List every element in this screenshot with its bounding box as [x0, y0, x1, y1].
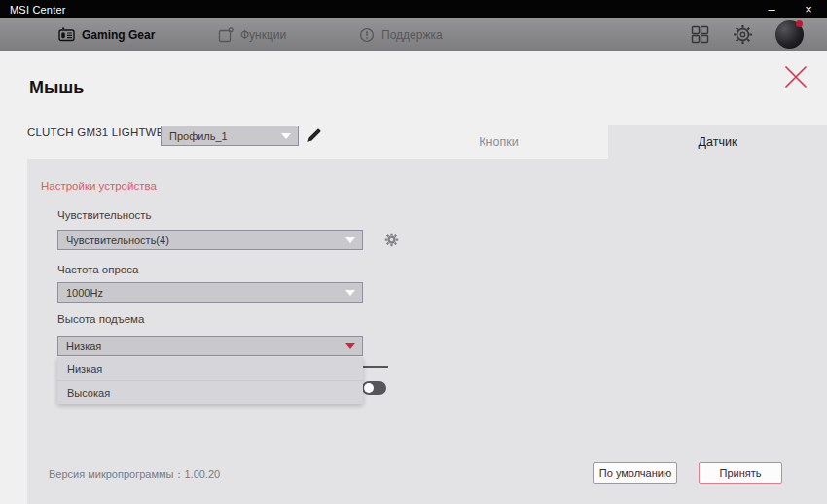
- liftoff-option-high[interactable]: Высокая: [57, 380, 363, 404]
- chevron-down-icon: [345, 237, 355, 243]
- polling-rate-dropdown-value: 1000Hz: [66, 287, 103, 299]
- settings-button[interactable]: [733, 18, 753, 51]
- slider-fragment: [363, 366, 388, 368]
- nav-item-label: Поддержка: [381, 28, 443, 42]
- polling-rate-label: Частота опроса: [57, 264, 138, 275]
- default-button[interactable]: По умолчанию: [593, 462, 677, 484]
- dialog-close-icon[interactable]: [782, 63, 809, 90]
- msi-center-window: MSI Center – × Gaming Gear: [0, 0, 827, 504]
- apps-grid-icon: [691, 25, 709, 44]
- sensor-settings-panel: Настройки устройства Чувствительность Чу…: [27, 159, 827, 504]
- tab-label: Кнопки: [479, 135, 518, 149]
- liftoff-option-low[interactable]: Низкая: [57, 357, 363, 380]
- tab-label: Датчик: [699, 135, 737, 149]
- tab-sensor[interactable]: Датчик: [608, 125, 827, 159]
- window-controls: – ×: [753, 0, 827, 18]
- edit-profile-button[interactable]: [304, 125, 325, 146]
- profile-dropdown[interactable]: Профиль_1: [161, 126, 299, 146]
- gear-icon: [733, 24, 753, 45]
- liftoff-dropdown-value: Низкая: [66, 341, 101, 352]
- nav-item-gaming-gear[interactable]: Gaming Gear: [58, 18, 155, 51]
- gaming-gear-icon: [58, 27, 75, 42]
- tab-buttons[interactable]: Кнопки: [389, 125, 608, 159]
- sensitivity-dropdown[interactable]: Чувствительность(4): [57, 230, 363, 250]
- profile-dropdown-value: Профиль_1: [169, 130, 228, 142]
- gear-icon: [384, 233, 399, 247]
- avatar-image: [775, 20, 804, 49]
- liftoff-dropdown[interactable]: Низкая: [57, 336, 363, 356]
- toggle-switch[interactable]: [362, 381, 386, 395]
- chevron-down-icon: [345, 343, 355, 349]
- main-navbar: Gaming Gear Функции Поддержка: [0, 18, 827, 51]
- polling-rate-dropdown[interactable]: 1000Hz: [57, 282, 363, 303]
- toggle-knob: [364, 383, 374, 393]
- pencil-icon: [306, 126, 323, 144]
- nav-item-label: Функции: [240, 28, 286, 42]
- app-title: MSI Center: [10, 4, 66, 16]
- sensitivity-label: Чувствительность: [57, 209, 152, 221]
- titlebar: MSI Center – ×: [0, 0, 827, 18]
- sensitivity-dropdown-value: Чувствительность(4): [66, 234, 169, 246]
- nav-item-label: Gaming Gear: [82, 28, 155, 42]
- page-title: Мышь: [29, 78, 84, 98]
- minimize-button[interactable]: –: [753, 0, 790, 18]
- chevron-down-icon: [281, 133, 291, 139]
- support-icon: [359, 27, 375, 43]
- features-icon: [218, 27, 234, 43]
- liftoff-label: Высота подъема: [57, 313, 144, 325]
- nav-item-support[interactable]: Поддержка: [359, 18, 443, 51]
- nav-item-functions[interactable]: Функции: [218, 18, 286, 51]
- apply-button[interactable]: Принять: [699, 462, 782, 484]
- liftoff-options-list: Низкая Высокая: [57, 357, 363, 404]
- close-button[interactable]: ×: [790, 0, 827, 18]
- notification-dot: [796, 20, 803, 27]
- firmware-version: Версия микропрограммы：1.00.20: [49, 467, 220, 482]
- apps-grid-button[interactable]: [691, 18, 709, 51]
- section-title: Настройки устройства: [41, 180, 157, 192]
- user-avatar[interactable]: [775, 18, 804, 51]
- chevron-down-icon: [345, 290, 355, 296]
- sensitivity-settings-button[interactable]: [381, 230, 401, 249]
